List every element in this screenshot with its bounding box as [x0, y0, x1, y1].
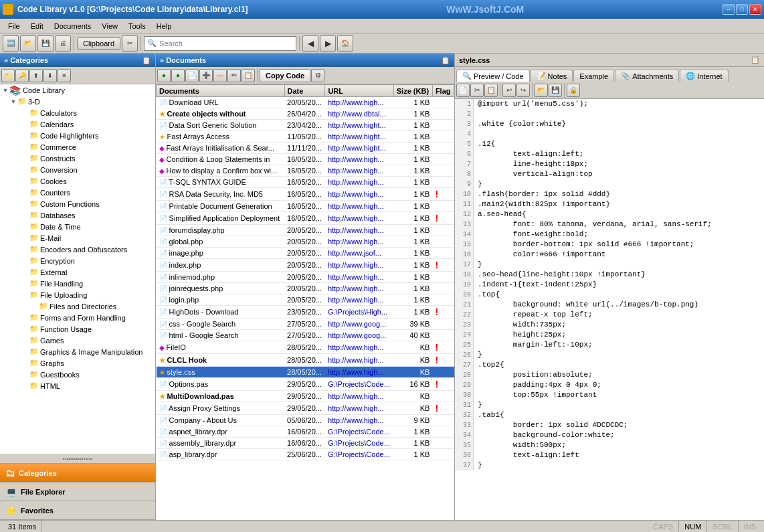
table-row[interactable]: ★ MultiDownload.pas29/05/20...http://www…: [157, 391, 454, 402]
cat-up-button[interactable]: ⬆: [29, 69, 43, 82]
expand-arrow[interactable]: ••••••••••••••••: [0, 454, 155, 463]
table-row[interactable]: 📄 assembly_library.dpr16/06/20...G:\Proj…: [157, 438, 454, 449]
table-row[interactable]: 📄 asp_library.dpr25/06/20...G:\Projects\…: [157, 449, 454, 460]
new-button[interactable]: 🆕: [3, 35, 19, 52]
tree-item-calendars[interactable]: 📁 Calendars: [0, 118, 155, 130]
doc-page[interactable]: 📄: [185, 69, 199, 82]
table-row[interactable]: 📄 css - Google Search27/05/20...http://w…: [157, 319, 454, 330]
tree-item-cookies[interactable]: 📁 Cookies: [0, 175, 155, 187]
menu-tools[interactable]: Tools: [123, 21, 151, 31]
categories-bottom-button[interactable]: 🗂 Categories: [0, 464, 155, 482]
menu-documents[interactable]: Documents: [49, 21, 97, 31]
forward-button[interactable]: ▶: [320, 35, 336, 52]
table-row[interactable]: 📄 RSA Data Security, Inc. MD516/05/20...…: [157, 188, 454, 201]
print-button[interactable]: 🖨: [55, 35, 71, 52]
table-row[interactable]: ★ style.css28/05/20...http://www.high...…: [157, 367, 454, 378]
table-row[interactable]: 📄 Assign Proxy Settings29/05/20...http:/…: [157, 402, 454, 415]
table-row[interactable]: 📄 image.php20/05/20...http://www.jsof...…: [157, 248, 454, 259]
table-row[interactable]: ◆ How to display a Confirm box wi...16/0…: [157, 165, 454, 177]
tree-item-graphs[interactable]: 📁 Graphs: [0, 357, 155, 369]
close-button[interactable]: ✕: [749, 4, 761, 15]
doc-copy[interactable]: 📋: [242, 69, 255, 82]
tree-item-file-uploading[interactable]: 📁 File Uploading: [0, 289, 155, 300]
tree-item-file-handling[interactable]: 📁 File Handling: [0, 278, 155, 289]
doc-remove[interactable]: —: [213, 69, 227, 82]
cat-new-button[interactable]: 📁: [1, 69, 15, 82]
tree-item-forms[interactable]: 📁 Forms and Form Handling: [0, 312, 155, 323]
tab-notes[interactable]: 📝 Notes: [531, 70, 573, 82]
table-row[interactable]: 📄 inlinemod.php20/05/20...http://www.hig…: [157, 272, 454, 283]
tree-item-calculators[interactable]: 📁 Calculators: [0, 107, 155, 118]
menu-help[interactable]: Help: [151, 21, 177, 31]
code-undo[interactable]: ↩: [502, 84, 516, 97]
tree-item-function-usage[interactable]: 📁 Function Usage: [0, 323, 155, 335]
menu-file[interactable]: File: [3, 21, 25, 31]
table-row[interactable]: ★ CLCL Hook28/05/20...http://www.high...…: [157, 354, 454, 367]
tab-preview-code[interactable]: 🔍 Preview / Code: [456, 70, 530, 82]
code-lock[interactable]: 🔒: [567, 84, 580, 97]
cat-down-button[interactable]: ⬇: [43, 69, 57, 82]
table-row[interactable]: 📄 HighDots - Download23/05/20...G:\Proje…: [157, 306, 454, 319]
doc-new-green2[interactable]: ●: [171, 69, 185, 82]
code-btn1[interactable]: 📄: [456, 84, 470, 97]
table-row[interactable]: ◆ Fast Arrays Initialisation & Sear...11…: [157, 143, 454, 154]
file-explorer-bottom-button[interactable]: 💻 File Explorer: [0, 482, 155, 501]
table-row[interactable]: 📄 Data Sort Generic Solution23/04/20...h…: [157, 120, 454, 131]
tree-item-counters[interactable]: 📁 Counters: [0, 187, 155, 198]
table-row[interactable]: ◆ FileIO28/05/20...http://www.high...KB!: [157, 341, 454, 354]
code-btn4[interactable]: 📂: [535, 84, 548, 97]
code-btn5[interactable]: 💾: [549, 84, 562, 97]
home-button[interactable]: 🏠: [337, 35, 353, 52]
tree-item-constructs[interactable]: 📁 Constructs: [0, 153, 155, 164]
tree-item-encoders[interactable]: 📁 Encoders and Obfuscators: [0, 244, 155, 255]
search-input[interactable]: [159, 39, 293, 48]
back-button[interactable]: ◀: [302, 35, 318, 52]
tree-item-code-highlighters[interactable]: 📁 Code Highlighters: [0, 130, 155, 141]
table-row[interactable]: 📄 Printable Document Generation16/05/20.…: [157, 201, 454, 212]
table-row[interactable]: 📄 Options.pas29/05/20...G:\Projects\Code…: [157, 378, 454, 391]
tree-item-graphics[interactable]: 📁 Graphics & Image Manipulation: [0, 346, 155, 357]
tree-item-games[interactable]: 📁 Games: [0, 335, 155, 346]
clipboard-icon[interactable]: ✂: [122, 35, 138, 52]
doc-edit[interactable]: ✏: [227, 69, 241, 82]
maximize-button[interactable]: □: [736, 4, 748, 15]
code-btn3[interactable]: 📋: [484, 84, 498, 97]
tree-item-files-dirs[interactable]: 📁 Files and Directories: [0, 300, 155, 312]
tree-item-databases[interactable]: 📁 Databases: [0, 209, 155, 221]
tree-item-email[interactable]: 📁 E-Mail: [0, 232, 155, 244]
tree-item-external[interactable]: 📁 External: [0, 266, 155, 278]
minimize-button[interactable]: –: [723, 4, 735, 15]
tab-internet[interactable]: 🌐 Internet: [680, 70, 728, 82]
tree-item-guestbooks[interactable]: 📁 Guestbooks: [0, 369, 155, 380]
table-row[interactable]: 📄 index.php20/05/20...http://www.high...…: [157, 259, 454, 272]
doc-settings[interactable]: ⚙: [311, 69, 324, 82]
copy-code-button[interactable]: Copy Code: [260, 69, 310, 82]
tree-item-html[interactable]: 📁 HTML: [0, 380, 155, 391]
table-row[interactable]: 📄 login.php20/05/20...http://www.high...…: [157, 294, 454, 306]
cat-icon2[interactable]: 🔑: [15, 69, 29, 82]
table-row[interactable]: 📄 forumdisplay.php20/05/20...http://www.…: [157, 225, 454, 236]
doc-new-green[interactable]: ●: [157, 69, 171, 82]
tree-item-datetime[interactable]: 📁 Date & Time: [0, 221, 155, 232]
tree-item-custom-functions[interactable]: 📁 Custom Functions: [0, 198, 155, 209]
clipboard-button[interactable]: Clipboard: [77, 37, 120, 50]
table-row[interactable]: ★ Create objects without26/04/20...http:…: [157, 108, 454, 120]
code-btn2[interactable]: ✂: [470, 84, 484, 97]
save-button[interactable]: 💾: [37, 35, 54, 52]
table-row[interactable]: 📄 html - Google Search27/05/20...http://…: [157, 330, 454, 341]
table-row[interactable]: 📄 global.php20/05/20...http://www.high..…: [157, 236, 454, 248]
table-row[interactable]: 📄 Company - About Us05/06/20...http://ww…: [157, 415, 454, 426]
table-row[interactable]: 📄 joinrequests.php20/05/20...http://www.…: [157, 283, 454, 294]
cat-delete-button[interactable]: ✕: [58, 69, 71, 82]
table-row[interactable]: ★ Fast Arrays Access11/05/20...http://ww…: [157, 131, 454, 143]
favorites-bottom-button[interactable]: ⭐ Favorites: [0, 501, 155, 520]
table-row[interactable]: ◆ Condition & Loop Statements in16/05/20…: [157, 154, 454, 165]
tree-item-root[interactable]: ▼ 📚 Code Library: [0, 84, 155, 96]
menu-edit[interactable]: Edit: [25, 21, 49, 31]
tree-item-commerce[interactable]: 📁 Commerce: [0, 141, 155, 153]
open-button[interactable]: 📂: [20, 35, 36, 52]
code-area[interactable]: 1@import url('menu5.css');23.white {colo…: [455, 99, 764, 520]
tree-item-conversion[interactable]: 📁 Conversion: [0, 164, 155, 175]
tab-attachments[interactable]: 📎 Attachments: [615, 70, 679, 82]
table-row[interactable]: 📄 aspnet_library.dpr16/06/20...G:\Projec…: [157, 426, 454, 438]
